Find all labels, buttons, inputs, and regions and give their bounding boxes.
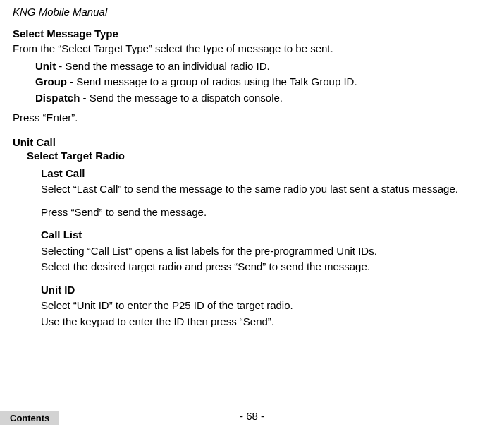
call-list-line1: Selecting “Call List” opens a list label…: [41, 243, 491, 260]
manual-title: KNG Mobile Manual: [13, 6, 491, 18]
select-message-type-section: Select Message Type From the “Select Tar…: [13, 28, 491, 126]
page-number: - 68 -: [0, 410, 504, 422]
unit-id-line1: Select “Unit ID” to enter the P25 ID of …: [41, 298, 491, 314]
last-call-line2: Press “Send” to send the message.: [41, 205, 491, 221]
unit-id-block: Unit ID Select “Unit ID” to enter the P2…: [41, 282, 491, 330]
select-message-type-heading: Select Message Type: [13, 28, 491, 40]
call-list-block: Call List Selecting “Call List” opens a …: [41, 227, 491, 275]
list-item-unit: Unit - Send the message to an individual…: [35, 59, 491, 75]
select-target-radio-heading: Select Target Radio: [27, 150, 491, 162]
term-group: Group: [35, 75, 67, 87]
desc-group: - Send message to a group of radios usin…: [67, 75, 357, 87]
term-dispatch: Dispatch: [35, 92, 80, 104]
unit-id-title: Unit ID: [41, 282, 491, 298]
press-enter: Press “Enter”.: [13, 110, 491, 126]
unit-call-section: Unit Call Select Target Radio Last Call …: [13, 136, 491, 330]
last-call-line1: Select “Last Call” to send the message t…: [41, 181, 491, 198]
last-call-block: Last Call Select “Last Call” to send the…: [41, 166, 491, 221]
unit-id-line2: Use the keypad to enter the ID then pres…: [41, 314, 491, 330]
last-call-title: Last Call: [41, 166, 491, 182]
desc-dispatch: - Send the message to a dispatch console…: [80, 92, 283, 104]
desc-unit: - Send the message to an individual radi…: [56, 60, 270, 72]
list-item-dispatch: Dispatch - Send the message to a dispatc…: [35, 90, 491, 107]
call-list-line2: Select the desired target radio and pres…: [41, 259, 491, 275]
term-unit: Unit: [35, 60, 56, 72]
message-type-list: Unit - Send the message to an individual…: [35, 59, 491, 107]
contents-tab[interactable]: Contents: [0, 411, 59, 425]
unit-call-heading: Unit Call: [13, 136, 491, 148]
list-item-group: Group - Send message to a group of radio…: [35, 74, 491, 90]
select-message-type-intro: From the “Select Target Type” select the…: [13, 41, 491, 57]
call-list-title: Call List: [41, 227, 491, 243]
